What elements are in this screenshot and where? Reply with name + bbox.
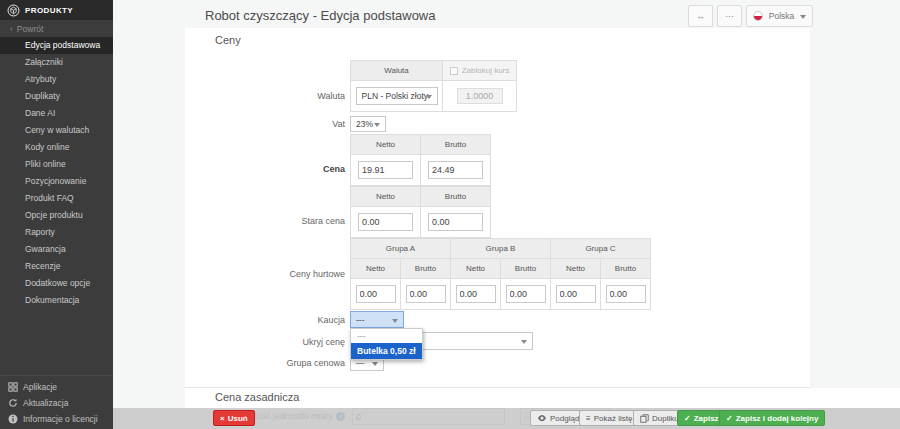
save-and-add-button[interactable]: ✓ Zapisz i dodaj kolejny	[719, 410, 825, 426]
old-price-brutto-input[interactable]	[428, 213, 483, 231]
wholesale-c-brutto-input[interactable]	[606, 285, 646, 303]
sidebar-item-zalaczniki[interactable]: Załączniki	[0, 54, 113, 71]
bottom-action-bar: × Usuń Podgląd ≡ Pokaż listę Duplikuj ✓ …	[113, 408, 900, 429]
back-button[interactable]: ‹ Powrót	[0, 20, 113, 37]
sidebar-footer: Aplikacje Aktualizacja Informacje o lice…	[0, 375, 113, 427]
language-label: Polska	[769, 11, 795, 21]
check-icon: ✓	[684, 414, 691, 423]
language-selector[interactable]: Polska	[746, 5, 813, 27]
sidebar-item-kody-online[interactable]: Kody online	[0, 139, 113, 156]
chevron-down-icon	[800, 15, 806, 22]
wholesale-c-netto-input[interactable]	[556, 285, 596, 303]
vat-select[interactable]: 23%	[350, 116, 386, 132]
sidebar-item-edycja-podstawowa[interactable]: Edycja podstawowa	[0, 37, 113, 54]
sidebar-item-gwarancja[interactable]: Gwarancja	[0, 241, 113, 258]
wholesale-b-brutto-input[interactable]	[506, 285, 546, 303]
sidebar-item-duplikaty[interactable]: Duplikaty	[0, 88, 113, 105]
sidebar-item-dodatkowe-opcje[interactable]: Dodatkowe opcje	[0, 275, 113, 292]
currency-table: Waluta Zablokuj kurs PLN - Polski złoty	[350, 60, 517, 112]
wholesale-b-netto-input[interactable]	[456, 285, 496, 303]
lock-rate-label: Zablokuj kurs	[462, 66, 510, 75]
column-header-netto: Netto	[351, 135, 421, 155]
old-price-netto-input[interactable]	[358, 213, 413, 231]
label-ukryj-cene: Ukryj cenę	[195, 337, 345, 347]
wholesale-a-brutto-input[interactable]	[406, 285, 446, 303]
more-options-button[interactable]: ···	[717, 5, 742, 27]
vat-select-value: 23%	[356, 119, 373, 129]
column-header-netto: Netto	[351, 187, 421, 207]
sidebar-item-ceny-w-walutach[interactable]: Ceny w walutach	[0, 122, 113, 139]
apps-grid-icon	[8, 382, 18, 392]
sidebar-item-pozycjonowanie[interactable]: Pozycjonowanie	[0, 173, 113, 190]
sidebar-item-atrybuty[interactable]: Atrybuty	[0, 71, 113, 88]
sidebar-item-aktualizacja[interactable]: Aktualizacja	[0, 395, 113, 411]
label-kaucja: Kaucja	[195, 315, 345, 325]
cube-logo-icon	[7, 4, 20, 17]
resize-icon: ↔	[696, 11, 705, 21]
sidebar-item-pliki-online[interactable]: Pliki online	[0, 156, 113, 173]
sidebar-item-recenzje[interactable]: Recenzje	[0, 258, 113, 275]
price-brutto-input[interactable]	[428, 161, 483, 179]
sidebar-footer-label: Informacje o licencji	[23, 414, 98, 424]
ellipsis-icon: ···	[725, 11, 734, 21]
app-logo[interactable]: PRODUKTY	[0, 0, 113, 20]
close-icon: ×	[220, 414, 225, 423]
label-stara-cena: Stara cena	[195, 216, 345, 226]
price-netto-input[interactable]	[358, 161, 413, 179]
app-screen: PRODUKTY ‹ Powrót Edycja podstawowa Załą…	[0, 0, 900, 429]
info-icon	[8, 414, 18, 424]
sidebar-item-produkt-faq[interactable]: Produkt FAQ	[0, 190, 113, 207]
exchange-rate-input	[457, 88, 503, 104]
column-header-waluta: Waluta	[351, 61, 443, 81]
resize-button[interactable]: ↔	[688, 5, 713, 27]
sidebar-nav: Edycja podstawowa Załączniki Atrybuty Du…	[0, 37, 113, 309]
sidebar-item-raporty[interactable]: Raporty	[0, 224, 113, 241]
page-title: Robot czyszczący - Edycja podstawowa	[205, 8, 435, 23]
rate-cell	[443, 81, 517, 112]
price-table: Netto Brutto	[350, 134, 491, 186]
preview-button-label: Podgląd	[550, 414, 579, 423]
group-header: Grupa A	[351, 239, 451, 259]
back-label: Powrót	[17, 24, 43, 34]
background-strip	[810, 388, 900, 408]
label-ceny-hurtowe: Ceny hurtowe	[195, 269, 345, 279]
preview-button[interactable]: Podgląd	[530, 410, 586, 426]
delete-button-label: Usuń	[228, 414, 248, 423]
delete-button[interactable]: × Usuń	[213, 410, 255, 426]
currency-select[interactable]: PLN - Polski złoty	[356, 87, 438, 105]
deposit-select[interactable]: ---	[350, 311, 404, 328]
deposit-select-value: ---	[356, 315, 365, 325]
group-header: Grupa C	[551, 239, 651, 259]
sidebar-item-opcje-produktu[interactable]: Opcje produktu	[0, 207, 113, 224]
sidebar-item-informacje-o-licencji[interactable]: Informacje o licencji	[0, 411, 113, 427]
wholesale-a-netto-input[interactable]	[356, 285, 396, 303]
sidebar-item-aplikacje[interactable]: Aplikacje	[0, 379, 113, 395]
column-header-brutto: Brutto	[421, 135, 491, 155]
show-list-button[interactable]: ≡ Pokaż listę	[579, 410, 639, 426]
column-header-brutto: Brutto	[501, 259, 551, 279]
list-icon: ≡	[586, 414, 591, 423]
column-header-zablokuj-kurs: Zablokuj kurs	[443, 61, 517, 81]
sidebar-item-dane-ai[interactable]: Dane AI	[0, 105, 113, 122]
save-button-label: Zapisz	[694, 414, 719, 423]
lock-rate-checkbox	[450, 67, 458, 75]
show-list-button-label: Pokaż listę	[594, 414, 633, 423]
refresh-icon	[8, 398, 18, 408]
section-title-cena-zasadnicza: Cena zasadnicza	[215, 391, 299, 403]
deposit-option-empty[interactable]: ---	[351, 329, 422, 343]
poland-flag-icon	[753, 11, 763, 21]
section-divider	[185, 387, 810, 388]
label-grupa-cenowa: Grupa cenowa	[195, 358, 345, 368]
column-header-brutto: Brutto	[601, 259, 651, 279]
section-title-ceny: Ceny	[215, 34, 241, 46]
sidebar-footer-label: Aplikacje	[23, 382, 57, 392]
label-waluta: Waluta	[195, 91, 345, 101]
column-header-netto: Netto	[451, 259, 501, 279]
old-price-table: Netto Brutto	[350, 186, 491, 238]
group-header: Grupa B	[451, 239, 551, 259]
app-logo-text: PRODUKTY	[25, 6, 73, 15]
sidebar-item-dokumentacja[interactable]: Dokumentacja	[0, 292, 113, 309]
currency-select-value: PLN - Polski złoty	[362, 91, 429, 101]
deposit-option-butelka[interactable]: Butelka 0,50 zł	[351, 343, 422, 359]
save-and-add-button-label: Zapisz i dodaj kolejny	[736, 414, 819, 423]
